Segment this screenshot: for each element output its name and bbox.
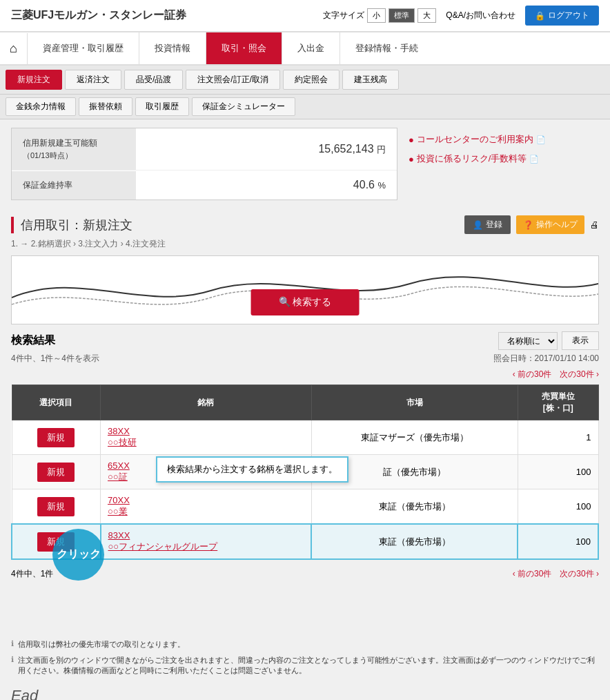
register-button[interactable]: 👤 登録: [464, 215, 511, 234]
sub-nav-1: 新規注文 返済注文 品受/品渡 注文照会/訂正/取消 約定照会 建玉残高: [0, 66, 610, 95]
sub-btn-cash[interactable]: 金銭余力情報: [6, 97, 76, 116]
link-risk[interactable]: ● 投資に係るリスク/手数料等 📄: [409, 153, 546, 165]
stock-link-code-3[interactable]: 70XX: [108, 495, 304, 505]
table-row: 新規 65XX ○○証 検索結果から注文する銘柄を選択します。 証（優先市場） …: [12, 455, 598, 489]
notes-section: ℹ 信用取引は弊社の優先市場での取引となります。 ℹ 注文画面を別のウィンドウで…: [0, 634, 610, 681]
font-medium-button[interactable]: 標準: [388, 8, 415, 23]
nav-item-registration[interactable]: 登録情報・手続: [340, 32, 433, 64]
info-box: 信用新規建玉可能額（01/13時点） 15,652,143 円 保証金維持率 4…: [11, 128, 397, 200]
sub-btn-positions[interactable]: 建玉残高: [342, 70, 399, 90]
prev-link-bottom[interactable]: ‹ 前の30件: [513, 568, 552, 580]
sort-select[interactable]: 名称順に: [498, 332, 558, 350]
cell-market-1: 東証マザーズ（優先市場）: [311, 420, 518, 455]
new-order-button-3[interactable]: 新規: [37, 497, 75, 516]
info-icon-1: ℹ: [11, 639, 14, 650]
logout-label: ログアウト: [548, 10, 589, 21]
stock-link-name-4[interactable]: ○○フィナンシャルグループ: [108, 541, 304, 553]
font-large-button[interactable]: 大: [417, 8, 436, 23]
nav-item-transfer[interactable]: 入出金: [282, 32, 340, 64]
results-table: 選択項目 銘柄 市場 売買単位[株・口] 新規 38XX ○○技研 東証マザー: [11, 385, 599, 560]
nav-item-trade[interactable]: 取引・照会: [206, 32, 282, 64]
font-size-label: 文字サイズ: [323, 10, 364, 21]
chart-area: 🔍 検索する: [11, 255, 599, 324]
link-call-center[interactable]: ● コールセンターのご利用案内 📄: [409, 133, 546, 146]
sub-btn-transfer[interactable]: 振替依頼: [79, 97, 132, 116]
col-stock: 銘柄: [101, 385, 312, 420]
main-nav: ⌂ 資産管理・取引履歴 投資情報 取引・照会 入出金 登録情報・手続: [0, 32, 610, 66]
footer: Ead: [0, 681, 610, 700]
display-button[interactable]: 表示: [562, 331, 599, 350]
next-link-top[interactable]: 次の30件 ›: [560, 369, 599, 380]
note-text-2: 注文画面を別のウィンドウで開きながらご注文を出されますと、間違った内容のご注文と…: [18, 655, 599, 676]
qa-link[interactable]: Q&A/お問い合わせ: [446, 10, 515, 21]
cell-market-3: 東証（優先市場）: [311, 489, 518, 525]
stock-link-name-3[interactable]: ○○業: [108, 505, 304, 518]
print-icon[interactable]: 🖨: [590, 220, 599, 230]
section-title: 信用取引：新規注文: [11, 217, 132, 233]
date-label: 照会日時：2017/01/10 14:00: [493, 353, 599, 364]
tooltip-box: 検索結果から注文する銘柄を選択します。: [156, 456, 348, 483]
info-label-1: 信用新規建玉可能額（01/13時点）: [12, 128, 136, 170]
click-indicator: クリック: [52, 529, 104, 581]
stock-link-code-4[interactable]: 83XX: [108, 530, 304, 541]
new-order-button-2[interactable]: 新規: [37, 463, 75, 482]
results-title: 検索結果: [11, 333, 55, 348]
document-icon-1: 📄: [536, 135, 546, 144]
info-panel: 信用新規建玉可能額（01/13時点） 15,652,143 円 保証金維持率 4…: [0, 119, 610, 208]
bullet-icon-2: ●: [409, 154, 414, 164]
header: 三菱UFJモルガン・スタンレー証券 文字サイズ 小 標準 大 Q&A/お問い合わ…: [0, 0, 610, 32]
font-size-controls: 文字サイズ 小 標準 大: [323, 8, 436, 23]
click-label: クリック: [57, 547, 101, 562]
sub-btn-new-order[interactable]: 新規注文: [6, 70, 62, 90]
cell-select-2: 新規: [12, 455, 101, 489]
tooltip-text: 検索結果から注文する銘柄を選択します。: [167, 464, 337, 474]
table-row: 新規 70XX ○○業 東証（優先市場） 100: [12, 489, 598, 525]
sub-nav-2: 金銭余力情報 振替依頼 取引履歴 保証金シミュレーター: [0, 95, 610, 119]
sub-btn-repay[interactable]: 返済注文: [65, 70, 121, 90]
document-icon-2: 📄: [529, 155, 539, 164]
col-market: 市場: [311, 385, 518, 420]
new-order-button-1[interactable]: 新規: [37, 428, 75, 447]
person-icon: 👤: [473, 220, 483, 230]
font-small-button[interactable]: 小: [367, 8, 386, 23]
cell-unit-2: 100: [518, 455, 598, 489]
cell-unit-4: 100: [518, 524, 598, 559]
info-row-2: 保証金維持率 40.6 %: [12, 171, 397, 200]
note-text-1: 信用取引は弊社の優先市場での取引となります。: [18, 639, 185, 650]
results-header: 検索結果 名称順に 表示: [11, 331, 599, 350]
header-right: 文字サイズ 小 標準 大 Q&A/お問い合わせ 🔒 ログアウト: [323, 6, 599, 26]
section: 信用取引：新規注文 👤 登録 ❓ 操作ヘルプ 🖨 1. → 2.銘柄選択 › 3…: [0, 208, 610, 592]
sub-btn-execution[interactable]: 約定照会: [283, 70, 340, 90]
info-row-1: 信用新規建玉可能額（01/13時点） 15,652,143 円: [12, 128, 397, 171]
results-table-wrapper: 選択項目 銘柄 市場 売買単位[株・口] 新規 38XX ○○技研 東証マザー: [11, 385, 599, 560]
stock-link-code-1[interactable]: 38XX: [108, 426, 304, 436]
prev-link-top[interactable]: ‹ 前の30件: [513, 369, 552, 380]
search-button[interactable]: 🔍 検索する: [251, 289, 360, 315]
nav-item-investment[interactable]: 投資情報: [139, 32, 206, 64]
info-value-2: 40.6 %: [136, 171, 397, 200]
table-row: 新規 38XX ○○技研 東証マザーズ（優先市場） 1: [12, 420, 598, 455]
section-title-bar: 信用取引：新規注文 👤 登録 ❓ 操作ヘルプ 🖨: [11, 215, 599, 234]
results-meta: 4件中、1件～4件を表示 照会日時：2017/01/10 14:00: [11, 353, 599, 364]
logout-button[interactable]: 🔒 ログアウト: [525, 6, 599, 26]
question-icon: ❓: [523, 220, 533, 230]
sort-area: 名称順に 表示: [498, 331, 599, 350]
cell-stock-1: 38XX ○○技研: [101, 420, 312, 455]
links-box: ● コールセンターのご利用案内 📄 ● 投資に係るリスク/手数料等 📄: [409, 128, 546, 200]
note-2: ℹ 注文画面を別のウィンドウで開きながらご注文を出されますと、間違った内容のご注…: [11, 655, 599, 676]
cell-select-3: 新規: [12, 489, 101, 525]
cell-unit-3: 100: [518, 489, 598, 525]
stock-link-name-1[interactable]: ○○技研: [108, 436, 304, 449]
sub-btn-history[interactable]: 取引履歴: [135, 97, 189, 116]
home-button[interactable]: ⌂: [0, 33, 28, 64]
sub-btn-simulator[interactable]: 保証金シミュレーター: [192, 97, 295, 116]
pagination-top: ‹ 前の30件 次の30件 ›: [11, 369, 599, 380]
cell-stock-4: 83XX ○○フィナンシャルグループ: [101, 524, 312, 559]
nav-item-assets[interactable]: 資産管理・取引履歴: [28, 32, 139, 64]
help-button[interactable]: ❓ 操作ヘルプ: [516, 215, 584, 234]
col-select: 選択項目: [12, 385, 101, 420]
bullet-icon-1: ●: [409, 135, 414, 145]
next-link-bottom[interactable]: 次の30件 ›: [560, 568, 599, 580]
sub-btn-receive[interactable]: 品受/品渡: [124, 70, 183, 90]
sub-btn-order-inquiry[interactable]: 注文照会/訂正/取消: [186, 70, 280, 90]
